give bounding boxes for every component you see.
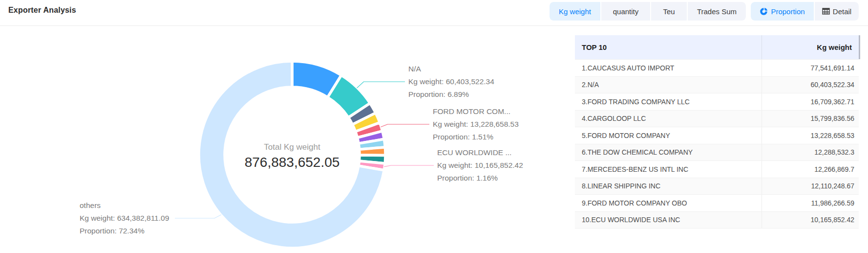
table-cell-exporter: 1.CAUCASUS AUTO IMPORT (575, 60, 762, 76)
pie-label-line-ecu-worldwide (384, 165, 434, 167)
pie-label-ecu-worldwide: ECU WORLDWIDE ...Kg weight: 10,165,852.4… (437, 146, 523, 184)
pie-label-proportion: Proportion: 6.89% (408, 88, 494, 101)
table-row[interactable]: 5.FORD MOTOR COMPANY13,228,658.53 (575, 127, 859, 144)
table-cell-exporter: 10.ECU WORLDWIDE USA INC (575, 212, 762, 229)
tab-teu[interactable]: Teu (651, 2, 687, 21)
table-row[interactable]: 1.CAUCASUS AUTO IMPORT77,541,691.14 (575, 60, 859, 77)
pie-label-kgweight: Kg weight: 10,165,852.42 (437, 159, 523, 172)
table-cell-exporter: 4.CARGOLOOP LLC (575, 111, 762, 127)
pie-label-kgweight: Kg weight: 634,382,811.09 (80, 212, 169, 225)
table-cell-exporter: 9.FORD MOTOR COMPANY OBO (575, 195, 762, 211)
table-cell-exporter: 5.FORD MOTOR COMPANY (575, 127, 762, 144)
tab-label: Detail (833, 7, 851, 16)
table-cell-kgweight: 12,288,532.3 (762, 148, 859, 156)
pie-label-name: N/A (408, 63, 494, 75)
table-icon (822, 7, 830, 15)
metric-tab-group: Kg weightquantityTeuTrades Sum (550, 2, 746, 21)
tab-label: Kg weight (559, 7, 591, 16)
pie-label-name: FORD MOTOR COM... (433, 105, 519, 118)
table-cell-exporter: 3.FORD TRADING COMPANY LLC (575, 93, 762, 110)
tab-trades-sum[interactable]: Trades Sum (688, 2, 746, 21)
table-cell-kgweight: 13,228,658.53 (762, 132, 859, 139)
table-cell-exporter: 7.MERCEDES-BENZ US INTL INC (575, 161, 762, 178)
table-header-kgweight: Kg weight (762, 43, 859, 51)
table-cell-kgweight: 12,266,869.7 (762, 165, 859, 173)
donut-center-title: Total Kg weight (219, 142, 365, 152)
pie-label-proportion: Proportion: 72.34% (80, 225, 169, 237)
tab-label: Trades Sum (697, 7, 737, 16)
pie-label-kgweight: Kg weight: 60,403,522.34 (408, 75, 494, 88)
pie-label-name: ECU WORLDWIDE ... (437, 146, 523, 159)
table-cell-kgweight: 12,110,248.67 (762, 182, 859, 190)
table-header-top10: TOP 10 (575, 35, 762, 59)
table-cell-kgweight: 15,799,836.56 (762, 115, 859, 122)
pie-label-ford-motor-com: FORD MOTOR COM...Kg weight: 13,228,658.5… (433, 105, 519, 143)
table-header-row: TOP 10 Kg weight (575, 35, 859, 60)
pie-label-name: others (80, 199, 169, 212)
table-row[interactable]: 4.CARGOLOOP LLC15,799,836.56 (575, 111, 859, 128)
table-cell-kgweight: 10,165,852.42 (762, 216, 859, 224)
table-row[interactable]: 7.MERCEDES-BENZ US INTL INC12,266,869.7 (575, 161, 859, 178)
tab-label: Teu (663, 7, 675, 16)
donut-center-total: 876,883,652.05 (194, 155, 390, 170)
view-tab-group: ProportionDetail (751, 2, 859, 21)
table-cell-kgweight: 16,709,362.71 (762, 98, 859, 106)
table-row[interactable]: 3.FORD TRADING COMPANY LLC16,709,362.71 (575, 93, 859, 111)
tab-proportion[interactable]: Proportion (751, 2, 814, 21)
table-cell-exporter: 2.N/A (575, 77, 762, 93)
table-row[interactable]: 6.THE DOW CHEMICAL COMPANY12,288,532.3 (575, 144, 859, 161)
pie-label-kgweight: Kg weight: 13,228,658.53 (433, 118, 519, 131)
tab-label: quantity (613, 7, 639, 16)
pie-label-proportion: Proportion: 1.51% (433, 131, 519, 143)
table-row[interactable]: 9.FORD MOTOR COMPANY OBO11,986,266.59 (575, 195, 859, 212)
top10-table: TOP 10 Kg weight 1.CAUCASUS AUTO IMPORT7… (575, 35, 859, 229)
table-scrollbar[interactable] (859, 35, 860, 59)
table-row[interactable]: 10.ECU WORLDWIDE USA INC10,165,852.42 (575, 212, 859, 229)
table-row[interactable]: 2.N/A60,403,522.34 (575, 77, 859, 94)
table-cell-kgweight: 11,986,266.59 (762, 199, 859, 207)
pie-label-line-ford-motor-com (381, 124, 429, 127)
pie-label-line-n-a (357, 82, 405, 88)
tab-kg-weight[interactable]: Kg weight (550, 2, 600, 21)
tab-quantity[interactable]: quantity (601, 2, 650, 21)
pie-label-others: othersKg weight: 634,382,811.09Proportio… (80, 199, 169, 237)
table-cell-exporter: 8.LINEAR SHIPPING INC (575, 178, 762, 195)
pie-label-line-others (175, 215, 221, 218)
table-cell-kgweight: 60,403,522.34 (762, 81, 859, 89)
table-cell-exporter: 6.THE DOW CHEMICAL COMPANY (575, 144, 762, 161)
tab-label: Proportion (771, 7, 804, 16)
pie-chart-icon (760, 7, 768, 16)
pie-label-n-a: N/AKg weight: 60,403,522.34Proportion: 6… (408, 63, 494, 101)
table-cell-kgweight: 77,541,691.14 (762, 64, 859, 72)
pie-label-proportion: Proportion: 1.16% (437, 172, 523, 184)
table-row[interactable]: 8.LINEAR SHIPPING INC12,110,248.67 (575, 178, 859, 195)
tab-detail[interactable]: Detail (815, 2, 859, 21)
